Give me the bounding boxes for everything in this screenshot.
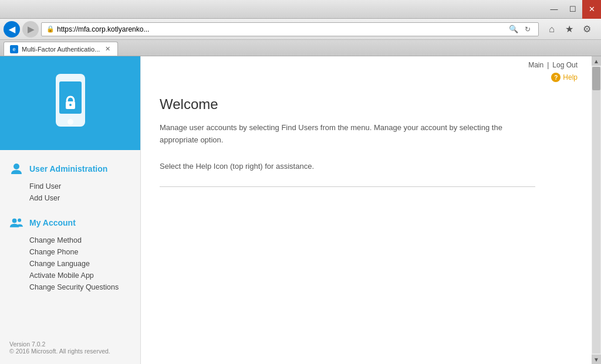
tab-favicon: e <box>10 45 18 53</box>
favorites-button[interactable]: ★ <box>562 22 576 36</box>
refresh-button[interactable]: ↻ <box>522 23 534 35</box>
svg-point-7 <box>18 219 21 222</box>
main-link[interactable]: Main <box>528 61 543 69</box>
scroll-track[interactable] <box>592 67 600 353</box>
user-admin-section: User Administration Find User Add User <box>0 159 140 204</box>
svg-point-2 <box>67 119 73 125</box>
sidebar: User Administration Find User Add User <box>0 56 141 364</box>
address-bar: 🔒 🔍 ↻ <box>41 22 539 36</box>
welcome-description-line2: Select the Help Icon (top right) for ass… <box>160 161 524 173</box>
header-separator: | <box>547 61 549 69</box>
tab-label: Multi-Factor Authenticatio... <box>22 46 100 53</box>
header-links: Main | Log Out <box>528 61 578 69</box>
main-with-scroll: Main | Log Out ? Help Welcome Manage use… <box>141 56 601 364</box>
my-account-icon <box>9 216 23 230</box>
my-account-title: My Account <box>29 218 76 227</box>
change-method-link[interactable]: Change Method <box>0 234 140 246</box>
my-account-header: My Account <box>0 213 140 232</box>
minimize-button[interactable]: — <box>545 0 563 19</box>
change-language-link[interactable]: Change Language <box>0 258 140 270</box>
lock-icon: 🔒 <box>46 25 55 33</box>
browser-toolbar: ◀ ▶ 🔒 🔍 ↻ ⌂ ★ ⚙ <box>0 19 601 40</box>
svg-point-5 <box>13 164 19 169</box>
title-bar: — ☐ ✕ <box>0 0 601 19</box>
svg-point-4 <box>69 104 72 106</box>
content-header: Main | Log Out <box>141 56 592 72</box>
change-phone-link[interactable]: Change Phone <box>0 246 140 258</box>
add-user-link[interactable]: Add User <box>0 192 140 204</box>
content-divider <box>160 186 535 187</box>
multiple-users-icon <box>9 216 23 229</box>
content-area: Main | Log Out ? Help Welcome Manage use… <box>141 56 592 364</box>
svg-point-6 <box>12 219 17 223</box>
scroll-thumb[interactable] <box>592 67 600 90</box>
phone-lock-icon <box>50 71 91 135</box>
sidebar-footer: Version 7.0.2 © 2016 Microsoft. All righ… <box>0 331 140 364</box>
window-controls: — ☐ ✕ <box>545 0 601 19</box>
logout-link[interactable]: Log Out <box>552 61 578 69</box>
change-security-questions-link[interactable]: Change Security Questions <box>0 281 140 293</box>
maximize-button[interactable]: ☐ <box>563 0 582 19</box>
help-section: ? Help <box>141 72 592 87</box>
help-link[interactable]: Help <box>563 73 578 81</box>
help-icon: ? <box>551 73 561 82</box>
welcome-description-line1: Manage user accounts by selecting Find U… <box>160 122 524 147</box>
scroll-down-button[interactable]: ▼ <box>592 355 601 364</box>
settings-button[interactable]: ⚙ <box>580 22 594 36</box>
welcome-title: Welcome <box>160 96 573 113</box>
sidebar-navigation: User Administration Find User Add User <box>0 150 140 331</box>
version-text: Version 7.0.2 <box>9 341 131 348</box>
browser-tab[interactable]: e Multi-Factor Authenticatio... ✕ <box>4 42 118 56</box>
home-button[interactable]: ⌂ <box>545 22 559 36</box>
url-input[interactable] <box>57 25 505 33</box>
close-button[interactable]: ✕ <box>582 0 601 19</box>
scroll-up-button[interactable]: ▲ <box>592 56 601 66</box>
main-area: User Administration Find User Add User <box>0 56 601 364</box>
single-user-icon <box>10 162 23 175</box>
tab-bar: e Multi-Factor Authenticatio... ✕ <box>0 40 601 56</box>
user-admin-title: User Administration <box>29 164 107 174</box>
browser-window: — ☐ ✕ ◀ ▶ 🔒 🔍 ↻ ⌂ ★ ⚙ e Multi-Factor Aut… <box>0 0 601 364</box>
user-admin-header: User Administration <box>0 159 140 178</box>
forward-button[interactable]: ▶ <box>22 21 39 38</box>
sidebar-logo <box>0 56 141 150</box>
content-body: Welcome Manage user accounts by selectin… <box>141 87 592 364</box>
back-button[interactable]: ◀ <box>4 21 20 38</box>
vertical-scrollbar: ▲ ▼ <box>592 56 601 364</box>
activate-mobile-app-link[interactable]: Activate Mobile App <box>0 270 140 281</box>
user-admin-icon <box>9 162 23 176</box>
search-button[interactable]: 🔍 <box>508 23 519 35</box>
browser-icon-group: ⌂ ★ ⚙ <box>541 22 597 36</box>
my-account-section: My Account Change Method Change Phone Ch… <box>0 213 140 293</box>
tab-close-button[interactable]: ✕ <box>103 45 112 53</box>
find-user-link[interactable]: Find User <box>0 181 140 192</box>
copyright-text: © 2016 Microsoft. All rights reserved. <box>9 348 131 355</box>
